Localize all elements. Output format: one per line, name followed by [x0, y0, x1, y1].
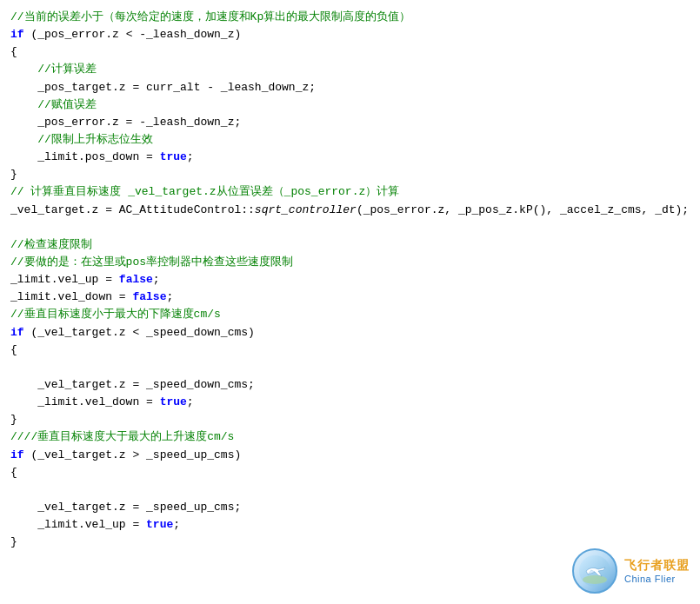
line-1: //当前的误差小于（每次给定的速度，加速度和Kp算出的最大限制高度的负值）	[10, 9, 690, 26]
line-28	[10, 481, 690, 499]
line-7: _pos_error.z = -_leash_down_z;	[10, 114, 690, 131]
line-25: ////垂直目标速度大于最大的上升速度cm/s	[10, 428, 690, 446]
line-15: //要做的是：在这里或pos率控制器中检查这些速度限制	[10, 254, 690, 271]
line-13	[10, 219, 690, 236]
line-26: if (_vel_target.z > _speed_up_cms)	[10, 447, 690, 464]
line-19: if (_vel_target.z < _speed_down_cms)	[10, 324, 690, 342]
svg-point-1	[583, 575, 607, 584]
line-24: }	[10, 411, 690, 428]
line-16: _limit.vel_up = false;	[10, 271, 690, 289]
line-22: _vel_target.z = _speed_down_cms;	[10, 376, 690, 394]
logo-area: 飞行者联盟 China Flier	[572, 548, 690, 594]
line-29: _vel_target.z = _speed_up_cms;	[10, 499, 690, 516]
line-14: //检查速度限制	[10, 236, 690, 254]
line-20: {	[10, 342, 690, 359]
line-21	[10, 359, 690, 376]
line-9: _limit.pos_down = true;	[10, 149, 690, 166]
logo-name-en: China Flier	[624, 574, 676, 584]
line-30: _limit.vel_up = true;	[10, 516, 690, 534]
logo-text: 飞行者联盟 China Flier	[624, 558, 690, 584]
line-17: _limit.vel_down = false;	[10, 289, 690, 306]
line-18: //垂直目标速度小于最大的下降速度cm/s	[10, 306, 690, 323]
line-6: //赋值误差	[10, 96, 690, 114]
line-2: if (_pos_error.z < -_leash_down_z)	[10, 26, 690, 43]
line-8: //限制上升标志位生效	[10, 131, 690, 149]
line-4: //计算误差	[10, 61, 690, 78]
logo-circle	[572, 548, 617, 594]
line-5: _pos_target.z = curr_alt - _leash_down_z…	[10, 79, 690, 96]
line-3: {	[10, 43, 690, 61]
line-10: }	[10, 166, 690, 183]
line-12: _vel_target.z = AC_AttitudeControl::sqrt…	[10, 202, 690, 219]
logo-name-cn: 飞行者联盟	[624, 558, 690, 574]
line-11: // 计算垂直目标速度 _vel_target.z从位置误差（_pos_erro…	[10, 183, 690, 201]
line-23: _limit.vel_down = true;	[10, 394, 690, 411]
logo-plane-icon	[579, 555, 610, 587]
line-27: {	[10, 464, 690, 481]
code-container: //当前的误差小于（每次给定的速度，加速度和Kp算出的最大限制高度的负值） if…	[0, 0, 700, 604]
